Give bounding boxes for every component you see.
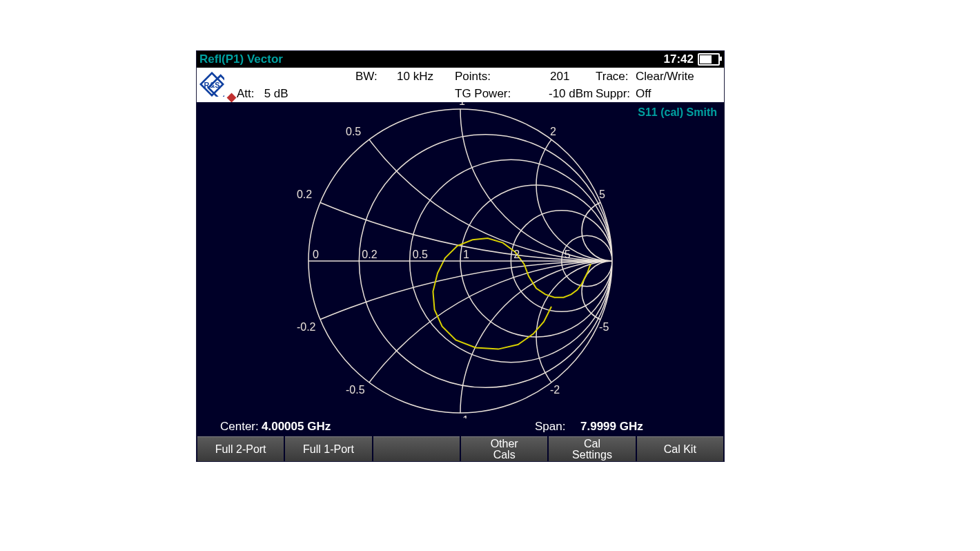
svg-point-16 <box>460 261 724 418</box>
svg-text:0.2: 0.2 <box>362 249 377 260</box>
svg-text:-5: -5 <box>599 321 609 333</box>
brand-logo-icon: R&S <box>199 72 224 97</box>
freq-readout: Center: 4.00005 GHz Span: 7.9999 GHz <box>197 418 724 435</box>
svg-text:5: 5 <box>599 188 605 200</box>
title-bar: Refl(P1) Vector 17:42 <box>197 51 724 68</box>
instrument-screen: Refl(P1) Vector 17:42 R&S ◆ Att: 5 dB BW… <box>197 51 724 461</box>
svg-text:1: 1 <box>459 102 465 107</box>
svg-text:0.2: 0.2 <box>297 188 312 200</box>
points-label: Points: <box>455 68 491 85</box>
svg-point-11 <box>460 102 724 261</box>
plot-area[interactable]: S11 (cal) Smith 00.20.51250.20.5125-0.2-… <box>197 102 724 418</box>
suppr-label: Suppr: <box>596 85 630 102</box>
trace-mode-label: S11 (cal) Smith <box>638 106 717 119</box>
tgpower-value: -10 dBm <box>549 85 593 102</box>
svg-text:2: 2 <box>550 126 556 137</box>
suppr-value: Off <box>636 85 651 102</box>
svg-text:5: 5 <box>565 249 571 260</box>
mode-title: Refl(P1) Vector <box>197 52 283 66</box>
svg-text:2: 2 <box>513 249 520 260</box>
span-value: 7.9999 GHz <box>580 418 643 435</box>
trace-label: Trace: <box>596 68 629 85</box>
svg-text:1: 1 <box>463 249 469 260</box>
svg-text:-2: -2 <box>550 384 560 396</box>
clock: 17:42 <box>664 52 698 66</box>
att-value: 5 dB <box>264 87 288 100</box>
softkey-full-2-port[interactable]: Full 2-Port <box>197 436 284 461</box>
softkey-blank[interactable] <box>373 436 460 461</box>
softkey-cal-settings[interactable]: Cal Settings <box>549 436 635 461</box>
svg-point-14 <box>197 261 724 418</box>
svg-point-9 <box>197 102 724 261</box>
svg-text:0.5: 0.5 <box>413 249 428 260</box>
tgpower-label: TG Power: <box>455 85 511 102</box>
battery-icon <box>698 53 720 66</box>
att-label: Att: <box>237 87 255 100</box>
softkey-cal-kit[interactable]: Cal Kit <box>637 436 723 461</box>
trace-value: Clear/Write <box>636 68 694 85</box>
info-bar: R&S ◆ Att: 5 dB BW: 10 kHz Points: 201 T… <box>197 68 724 102</box>
points-value: 201 <box>550 68 569 85</box>
softkey-other-cals[interactable]: Other Cals <box>461 436 547 461</box>
svg-text:0: 0 <box>313 249 319 260</box>
smith-chart: 00.20.51250.20.5125-0.2-0.5-1-2-5 <box>197 102 724 418</box>
svg-text:-0.5: -0.5 <box>346 384 365 396</box>
bw-label: BW: <box>355 68 378 85</box>
bw-value: 10 kHz <box>397 68 433 85</box>
softkey-bar: Full 2-Port Full 1-Port Other Cals Cal S… <box>197 436 724 461</box>
svg-point-12 <box>536 109 688 261</box>
svg-text:0.5: 0.5 <box>346 126 361 137</box>
svg-point-10 <box>308 102 724 261</box>
att-readout: Att: 5 dB <box>237 85 288 102</box>
svg-text:-0.2: -0.2 <box>297 321 316 333</box>
svg-text:R&S: R&S <box>204 81 220 89</box>
center-value: 4.00005 GHz <box>262 418 331 435</box>
span-label: Span: <box>535 418 565 435</box>
softkey-full-1-port[interactable]: Full 1-Port <box>285 436 371 461</box>
center-label: Center: <box>220 418 259 435</box>
